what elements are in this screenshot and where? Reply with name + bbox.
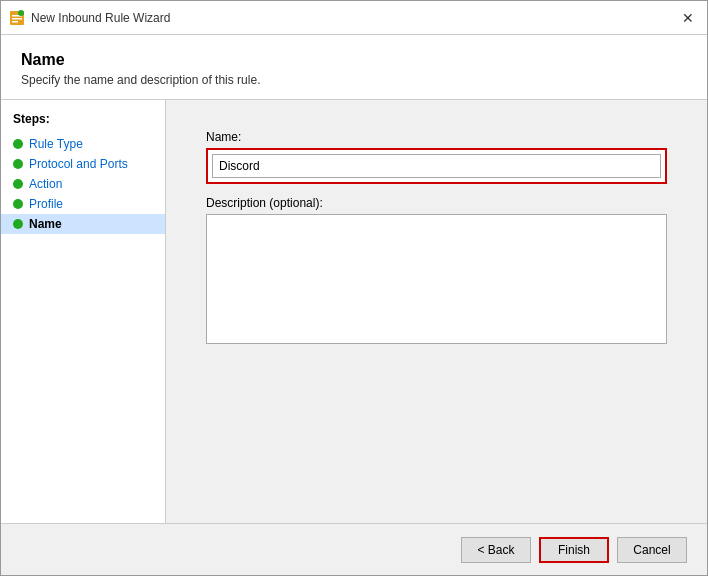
description-label: Description (optional):	[206, 196, 667, 210]
header-section: Name Specify the name and description of…	[1, 35, 707, 100]
step-dot	[13, 219, 23, 229]
description-input[interactable]	[206, 214, 667, 344]
main-content: Name: Description (optional):	[166, 100, 707, 523]
name-label: Name:	[206, 130, 667, 144]
name-field-wrapper	[206, 148, 667, 184]
sidebar-item-label: Profile	[29, 197, 63, 211]
page-title: Name	[21, 51, 687, 69]
svg-point-4	[18, 10, 24, 16]
svg-rect-3	[12, 21, 18, 23]
sidebar-item-protocol-ports[interactable]: Protocol and Ports	[1, 154, 165, 174]
main-window: New Inbound Rule Wizard ✕ Name Specify t…	[0, 0, 708, 576]
sidebar-item-profile[interactable]: Profile	[1, 194, 165, 214]
page-subtitle: Specify the name and description of this…	[21, 73, 687, 87]
title-bar: New Inbound Rule Wizard ✕	[1, 1, 707, 35]
content-area: Steps: Rule Type Protocol and Ports Acti…	[1, 100, 707, 523]
sidebar-item-label: Rule Type	[29, 137, 83, 151]
step-dot	[13, 199, 23, 209]
sidebar-item-action[interactable]: Action	[1, 174, 165, 194]
sidebar-item-label: Action	[29, 177, 62, 191]
step-dot	[13, 179, 23, 189]
name-input[interactable]	[212, 154, 661, 178]
sidebar-item-rule-type[interactable]: Rule Type	[1, 134, 165, 154]
step-dot	[13, 139, 23, 149]
sidebar-item-label: Protocol and Ports	[29, 157, 128, 171]
back-button[interactable]: < Back	[461, 537, 531, 563]
step-dot	[13, 159, 23, 169]
steps-label: Steps:	[1, 112, 165, 134]
app-icon	[9, 10, 25, 26]
footer: < Back Finish Cancel	[1, 523, 707, 575]
finish-button[interactable]: Finish	[539, 537, 609, 563]
window-title: New Inbound Rule Wizard	[31, 11, 170, 25]
sidebar: Steps: Rule Type Protocol and Ports Acti…	[1, 100, 166, 523]
sidebar-item-label: Name	[29, 217, 62, 231]
name-form-group: Name:	[206, 130, 667, 184]
sidebar-item-name[interactable]: Name	[1, 214, 165, 234]
close-button[interactable]: ✕	[677, 7, 699, 29]
title-bar-left: New Inbound Rule Wizard	[9, 10, 170, 26]
cancel-button[interactable]: Cancel	[617, 537, 687, 563]
description-form-group: Description (optional):	[206, 196, 667, 344]
svg-rect-2	[12, 18, 22, 20]
